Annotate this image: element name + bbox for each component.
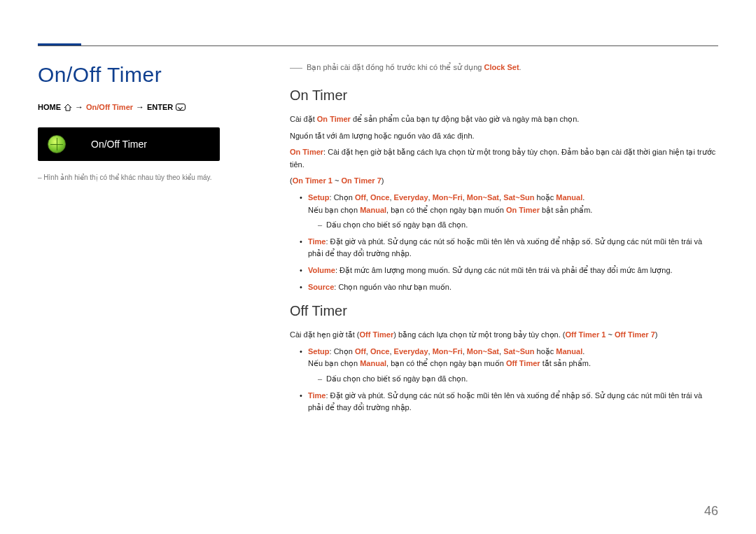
right-column: Bạn phải cài đặt đồng hồ trước khi có th… <box>290 63 718 492</box>
text: hoặc <box>534 347 556 356</box>
list-item: Source: Chọn nguồn vào như bạn muốn. <box>300 281 718 294</box>
list-item: Volume: Đặt mức âm lượng mong muốn. Sử d… <box>300 265 718 277</box>
breadcrumb: HOME → On/Off Timer → ENTER <box>38 102 269 112</box>
content-area: On/Off Timer HOME → On/Off Timer → ENTER… <box>38 63 718 492</box>
text: : Đặt giờ và phút. Sử dụng các nút số ho… <box>308 237 702 258</box>
text: : Đặt giờ và phút. Sử dụng các nút số ho… <box>308 391 702 412</box>
opt-manual: Manual <box>360 359 386 367</box>
clock-icon <box>48 135 66 153</box>
time-label: Time <box>308 237 326 246</box>
text: : Chọn nguồn vào như bạn muốn. <box>334 283 451 291</box>
arrow-icon: → <box>136 102 144 112</box>
page-title: On/Off Timer <box>38 63 269 87</box>
text: : Cài đặt hẹn giờ bật bằng cách lựa chọn… <box>290 148 715 169</box>
opt-once: Once <box>370 347 390 356</box>
text: hoặc <box>534 193 556 202</box>
list-item: Setup: Chọn Off, Once, Everyday, Mon~Fri… <box>300 346 718 386</box>
sub-item: Dấu chọn cho biết số ngày bạn đã chọn. <box>318 373 718 386</box>
range-a: On Timer 1 <box>293 176 332 185</box>
off-timer-hl: Off Timer <box>506 359 540 367</box>
range-b: On Timer 7 <box>341 176 381 185</box>
text: , bạn có thể chọn ngày bạn muốn <box>386 206 506 214</box>
range-a: Off Timer 1 <box>566 330 606 339</box>
opt-monsat: Mon~Sat <box>467 347 499 356</box>
text: Nếu bạn chọn <box>308 206 360 214</box>
text: : Chọn <box>330 193 355 202</box>
pre-note: Bạn phải cài đặt đồng hồ trước khi có th… <box>290 63 718 72</box>
on-timer-hl: On Timer <box>317 115 351 123</box>
source-label: Source <box>308 283 334 291</box>
text: Cài đặt hẹn giờ tắt ( <box>290 330 360 339</box>
opt-off: Off <box>355 193 366 202</box>
setup-label: Setup <box>308 347 330 356</box>
on-timer-p3: On Timer: Cài đặt hẹn giờ bật bằng cách … <box>290 146 718 171</box>
off-timer-p1: Cài đặt hẹn giờ tắt (Off Timer) bằng các… <box>290 329 718 342</box>
off-timer-list: Setup: Chọn Off, Once, Everyday, Mon~Fri… <box>300 346 718 414</box>
pre-note-hl: Clock Set <box>484 63 519 71</box>
text: Cài đặt <box>290 115 317 123</box>
opt-off: Off <box>355 347 366 356</box>
text: . <box>582 347 584 356</box>
opt-everyday: Everyday <box>394 347 428 356</box>
pre-note-suffix: . <box>519 63 522 71</box>
page-number: 46 <box>704 504 718 519</box>
enter-icon <box>176 104 186 111</box>
sub-list: Dấu chọn cho biết số ngày bạn đã chọn. <box>318 219 718 232</box>
opt-everyday: Everyday <box>394 193 428 202</box>
page-root: On/Off Timer HOME → On/Off Timer → ENTER… <box>0 0 756 534</box>
off-timer-heading: Off Timer <box>290 303 718 319</box>
opt-manual: Manual <box>556 347 582 356</box>
range-b: Off Timer 7 <box>615 330 655 339</box>
dash-icon <box>290 68 302 69</box>
text: : Đặt mức âm lượng mong muốn. Sử dụng cá… <box>335 266 673 274</box>
list-item: Setup: Chọn Off, Once, Everyday, Mon~Fri… <box>300 192 718 232</box>
text: ) <box>655 330 658 339</box>
text: Nếu bạn chọn <box>308 359 360 367</box>
list-item: Time: Đặt giờ và phút. Sử dụng các nút s… <box>300 390 718 414</box>
sub-list: Dấu chọn cho biết số ngày bạn đã chọn. <box>318 373 718 386</box>
on-timer-range: (On Timer 1 ~ On Timer 7) <box>290 175 718 188</box>
breadcrumb-home: HOME <box>38 103 61 111</box>
on-timer-heading: On Timer <box>290 87 718 104</box>
text: ~ <box>332 176 342 185</box>
opt-once: Once <box>370 193 390 202</box>
text: ~ <box>606 330 615 339</box>
pre-note-text: Bạn phải cài đặt đồng hồ trước khi có th… <box>307 63 484 71</box>
on-timer-hl: On Timer <box>506 206 540 214</box>
text: . <box>582 193 584 202</box>
off-timer-hl: Off Timer <box>360 330 394 339</box>
text: bật sản phẩm. <box>540 206 592 214</box>
menu-box-label: On/Off Timer <box>91 139 147 150</box>
opt-manual: Manual <box>556 193 582 202</box>
opt-monsat: Mon~Sat <box>467 193 499 202</box>
sub-item: Dấu chọn cho biết số ngày bạn đã chọn. <box>318 219 718 232</box>
setup-label: Setup <box>308 193 330 202</box>
breadcrumb-middle: On/Off Timer <box>86 103 133 111</box>
text: tắt sản phẩm. <box>540 359 591 367</box>
breadcrumb-enter: ENTER <box>147 103 173 111</box>
opt-satsun: Sat~Sun <box>503 347 534 356</box>
text: để sản phẩm của bạn tự động bật vào giờ … <box>351 115 580 123</box>
arrow-icon: → <box>75 102 83 112</box>
on-timer-hl: On Timer <box>290 148 323 156</box>
text: ) bằng cách lựa chọn từ một trong bảy tù… <box>393 330 565 339</box>
opt-satsun: Sat~Sun <box>503 193 534 202</box>
text: , bạn có thể chọn ngày bạn muốn <box>386 359 506 367</box>
on-timer-p2: Nguồn tắt với âm lượng hoặc nguồn vào đã… <box>290 130 718 143</box>
time-label: Time <box>308 391 326 400</box>
opt-monfri: Mon~Fri <box>433 347 463 356</box>
list-item: Time: Đặt giờ và phút. Sử dụng các nút s… <box>300 236 718 260</box>
text: : Chọn <box>330 347 355 356</box>
text: ) <box>382 176 384 185</box>
on-timer-p1: Cài đặt On Timer để sản phẩm của bạn tự … <box>290 113 718 126</box>
menu-box: On/Off Timer <box>38 127 220 161</box>
top-rule <box>38 45 718 46</box>
image-footnote: – Hình ảnh hiển thị có thể khác nhau tùy… <box>38 174 269 181</box>
opt-manual: Manual <box>360 206 386 214</box>
opt-monfri: Mon~Fri <box>433 193 463 202</box>
volume-label: Volume <box>308 266 335 274</box>
home-icon <box>64 104 72 111</box>
left-column: On/Off Timer HOME → On/Off Timer → ENTER… <box>38 63 290 492</box>
on-timer-list: Setup: Chọn Off, Once, Everyday, Mon~Fri… <box>300 192 718 293</box>
